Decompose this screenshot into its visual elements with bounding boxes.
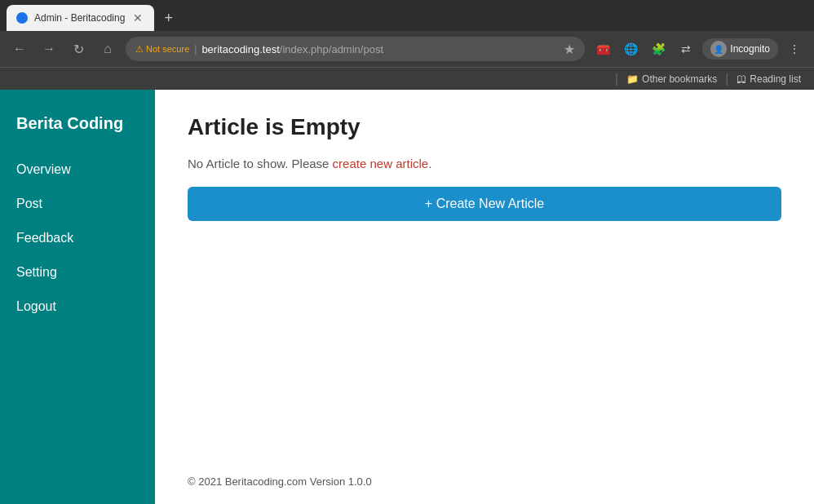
sidebar-item-logout[interactable]: Logout bbox=[0, 290, 155, 324]
sidebar-brand: Berita Coding bbox=[0, 106, 155, 153]
sidebar: Berita Coding Overview Post Feedback Set… bbox=[0, 90, 155, 504]
reading-list-button[interactable]: 🕮 Reading list bbox=[732, 72, 806, 86]
url-bar[interactable]: ⚠ Not secure | beritacoding.test/index.p… bbox=[126, 37, 585, 61]
forward-button[interactable]: → bbox=[38, 38, 60, 60]
folder-icon: 📁 bbox=[626, 73, 639, 85]
footer: © 2021 Beritacoding.com Version 1.0.0 bbox=[188, 475, 372, 488]
main-content: Article is Empty No Article to show. Ple… bbox=[155, 90, 814, 504]
profile-button[interactable]: 👤 Incognito bbox=[702, 38, 778, 60]
tab-title: Admin - Beritacoding bbox=[34, 12, 125, 24]
tab-bar: Admin - Beritacoding ✕ + bbox=[0, 0, 814, 31]
other-bookmarks-label: Other bookmarks bbox=[642, 73, 717, 85]
address-bar: ← → ↻ ⌂ ⚠ Not secure | beritacoding.test… bbox=[0, 31, 814, 67]
toolbar-icons: 🧰 🌐 🧩 ⇄ 👤 Incognito ⋮ bbox=[591, 38, 806, 60]
empty-text-suffix: . bbox=[428, 157, 431, 170]
footer-text: © 2021 Beritacoding.com Version 1.0.0 bbox=[188, 475, 372, 488]
send-tab-icon[interactable]: ⇄ bbox=[675, 38, 697, 60]
profile-name: Incognito bbox=[730, 43, 770, 55]
active-tab[interactable]: Admin - Beritacoding ✕ bbox=[7, 5, 154, 31]
create-article-button[interactable]: + Create New Article bbox=[188, 187, 781, 221]
bookmark-star-icon[interactable]: ★ bbox=[564, 42, 575, 57]
sidebar-item-post[interactable]: Post bbox=[0, 187, 155, 221]
extensions-icon[interactable]: 🧰 bbox=[591, 38, 614, 60]
home-button[interactable]: ⌂ bbox=[96, 38, 119, 60]
bookmarks-bar: | 📁 Other bookmarks | 🕮 Reading list bbox=[0, 67, 814, 90]
sidebar-item-feedback[interactable]: Feedback bbox=[0, 221, 155, 255]
sidebar-item-overview[interactable]: Overview bbox=[0, 153, 155, 187]
url-domain: beritacoding.test bbox=[201, 43, 279, 55]
url-text: beritacoding.test/index.php/admin/post bbox=[201, 43, 383, 55]
sidebar-item-setting[interactable]: Setting bbox=[0, 255, 155, 290]
browser-chrome: Admin - Beritacoding ✕ + ← → ↻ ⌂ ⚠ Not s… bbox=[0, 0, 814, 90]
wifi-icon[interactable]: 🌐 bbox=[619, 38, 642, 60]
menu-icon[interactable]: ⋮ bbox=[783, 38, 806, 60]
url-path: /index.php/admin/post bbox=[280, 43, 383, 55]
create-article-link[interactable]: create new article bbox=[333, 157, 429, 170]
bookmark-divider-2: | bbox=[725, 72, 728, 86]
empty-text-prefix: No Article to show. Please bbox=[188, 157, 333, 170]
tab-favicon bbox=[16, 12, 28, 24]
profile-avatar: 👤 bbox=[710, 41, 727, 57]
bookmark-divider: | bbox=[615, 72, 618, 86]
page-layout: Berita Coding Overview Post Feedback Set… bbox=[0, 90, 814, 504]
back-button[interactable]: ← bbox=[8, 38, 31, 60]
reading-list-label: Reading list bbox=[750, 73, 801, 85]
new-tab-button[interactable]: + bbox=[157, 7, 179, 30]
empty-message: No Article to show. Please create new ar… bbox=[188, 157, 781, 170]
reading-list-icon: 🕮 bbox=[737, 73, 746, 85]
reload-button[interactable]: ↻ bbox=[67, 38, 90, 60]
page-title: Article is Empty bbox=[188, 114, 781, 140]
url-security-warning: ⚠ Not secure bbox=[135, 44, 189, 55]
url-separator: | bbox=[194, 43, 197, 55]
puzzle-icon[interactable]: 🧩 bbox=[647, 38, 670, 60]
other-bookmarks-button[interactable]: 📁 Other bookmarks bbox=[622, 72, 722, 86]
tab-close-button[interactable]: ✕ bbox=[131, 11, 144, 24]
